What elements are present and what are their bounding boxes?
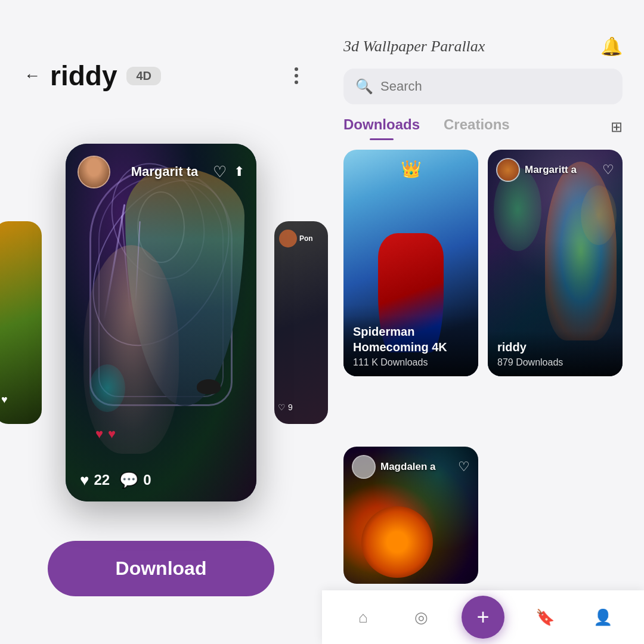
space-author-name: Magdalen a (380, 461, 436, 473)
space-like-button[interactable]: ♡ (458, 459, 470, 475)
space-author-row: Magdalen a (352, 455, 436, 479)
more-button[interactable] (295, 67, 298, 84)
left-header: ← riddy 4D (0, 0, 322, 104)
explore-icon: ◎ (414, 608, 428, 627)
card-author-name: Margarit ta (110, 164, 213, 179)
comment-icon: 💬 (119, 471, 138, 490)
more-dot-3 (295, 80, 298, 84)
nav-bookmarks[interactable]: 🔖 (527, 599, 563, 635)
wallpaper-grid: 👑 Spiderman Homecoming 4K 111 K Download… (322, 150, 644, 644)
spiderman-info: Spiderman Homecoming 4K 111 K Downloads (343, 315, 478, 376)
planet-art (361, 506, 433, 578)
card-stats: ♥ 22 💬 0 (66, 471, 256, 490)
peacock-avatar (496, 158, 520, 182)
card-left-partial[interactable]: ♥ (0, 221, 42, 424)
comments-count: 0 (143, 472, 151, 488)
peacock-header: Margaritt a ♡ (496, 158, 614, 182)
heart-icon: ♥ (80, 471, 89, 490)
app-title: 3d Wallpaper Parallax (343, 38, 485, 55)
right-panel: 3d Wallpaper Parallax 🔔 🔍 Downloads Crea… (322, 0, 644, 644)
username-title: riddy (50, 60, 117, 92)
likes-stat: ♥ 22 (80, 471, 110, 490)
peacock-info: riddy 879 Downloads (488, 331, 623, 376)
peacock-author-name: Margaritt a (525, 164, 577, 176)
spiderman-downloads: 111 K Downloads (353, 357, 469, 368)
swirl-art: ♥ ♥ (66, 144, 256, 501)
nav-add-button[interactable]: + (462, 596, 504, 639)
bottom-navigation: ⌂ ◎ + 🔖 👤 (322, 590, 644, 644)
comments-stat: 💬 0 (119, 471, 151, 490)
wallpaper-space[interactable]: Magdalen a ♡ (343, 447, 478, 584)
card-share-button[interactable]: ⬆ (234, 164, 244, 179)
likes-count: 22 (94, 472, 110, 488)
tab-creations[interactable]: Creations (444, 116, 510, 138)
nav-profile[interactable]: 👤 (585, 599, 621, 635)
notification-bell-icon[interactable]: 🔔 (600, 36, 623, 57)
4d-badge: 4D (126, 67, 161, 85)
tabs-row: Downloads Creations ⊞ (322, 116, 644, 138)
peacock-title: riddy (497, 339, 613, 355)
search-icon: 🔍 (355, 78, 373, 95)
nav-home[interactable]: ⌂ (345, 599, 381, 635)
back-button[interactable]: ← (24, 66, 41, 85)
partial-heart-icon: ♥ (1, 394, 8, 406)
filter-button[interactable]: ⊞ (611, 119, 623, 135)
home-icon: ⌂ (358, 608, 368, 627)
profile-icon: 👤 (593, 608, 612, 627)
nav-explore[interactable]: ◎ (403, 599, 439, 635)
card-header: Margarit ta ♡ ⬆ (66, 156, 256, 188)
spiderman-title: Spiderman Homecoming 4K (353, 324, 469, 355)
more-dot-2 (295, 74, 298, 78)
search-bar[interactable]: 🔍 (343, 69, 623, 104)
card-right-partial[interactable]: Pon ♡ 9 (274, 221, 328, 424)
card-like-button[interactable]: ♡ (213, 163, 227, 181)
bookmarks-icon: 🔖 (535, 608, 555, 627)
left-panel: ← riddy 4D ♥ (0, 0, 322, 644)
hearts-art: ♥ ♥ (95, 426, 116, 442)
peacock-like-button[interactable]: ♡ (602, 162, 614, 178)
peacock-downloads: 879 Downloads (497, 357, 613, 368)
download-section: Download (0, 541, 322, 644)
bird-art (197, 379, 221, 394)
wallpaper-peacock[interactable]: Margaritt a ♡ riddy 879 Downloads (488, 150, 623, 376)
peacock-author-row: Margaritt a (496, 158, 577, 182)
wallpaper-spiderman[interactable]: 👑 Spiderman Homecoming 4K 111 K Download… (343, 150, 478, 376)
space-avatar (352, 455, 376, 479)
crown-icon: 👑 (401, 159, 422, 179)
main-wallpaper-card[interactable]: ♥ ♥ Margarit ta ♡ ⬆ ♥ 22 (66, 144, 256, 501)
search-input[interactable] (380, 79, 611, 94)
download-button[interactable]: Download (48, 541, 274, 596)
right-header: 3d Wallpaper Parallax 🔔 (322, 0, 644, 69)
add-icon: + (476, 605, 489, 630)
card-avatar (78, 156, 110, 188)
more-dot-1 (295, 67, 298, 71)
space-header: Magdalen a ♡ (352, 455, 470, 479)
tab-downloads[interactable]: Downloads (343, 116, 420, 138)
cards-container: ♥ ♥ (0, 104, 322, 541)
